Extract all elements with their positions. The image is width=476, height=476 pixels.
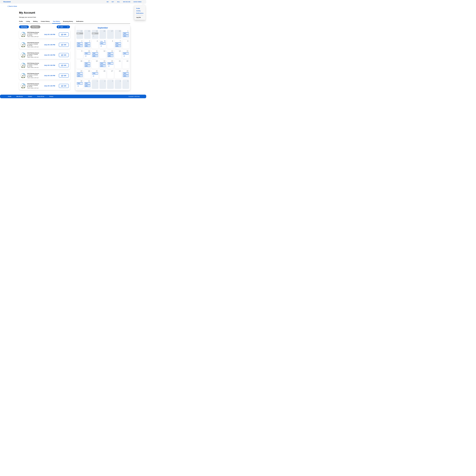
calendar-day-cell[interactable]: 16 <box>76 60 83 69</box>
tab-bidding[interactable]: Bidding <box>33 21 38 23</box>
calendar-event-chip[interactable]: 1234... <box>107 55 113 57</box>
calendar-day-cell[interactable]: 2 <box>100 80 106 89</box>
nav-item-saved-homes[interactable]: SAVED HOMES <box>134 1 141 2</box>
calendar-day-cell[interactable]: 251234...+4 <box>92 30 99 39</box>
calendar-day-cell[interactable]: 26 <box>100 30 106 39</box>
calendar-event-chip[interactable]: 1234... <box>92 72 98 74</box>
calendar-event-chip[interactable]: 1234... <box>77 75 83 77</box>
menu-item-activity[interactable]: Activity <box>136 10 146 12</box>
calendar-day-cell[interactable]: 22 <box>122 60 129 69</box>
calendar-event-chip[interactable]: 1234... <box>77 45 83 47</box>
calendar-event-chip[interactable]: 1234... <box>100 42 106 44</box>
calendar-day-cell[interactable]: 251234...+4 <box>92 70 99 79</box>
calendar-day-cell[interactable]: 14 <box>115 50 121 59</box>
footer-link-terms-of-use[interactable]: Terms Of Use <box>37 96 44 97</box>
calendar-event-chip[interactable]: 1234... <box>77 42 83 44</box>
tab-listing[interactable]: Listing <box>26 21 30 23</box>
edit-tour-button[interactable]: Edit <box>59 33 69 36</box>
nav-item-buy[interactable]: BUY <box>112 1 114 2</box>
calendar-day-cell[interactable]: 101234...+4 <box>84 50 91 59</box>
calendar-day-cell[interactable]: 191234...1234... <box>100 60 106 69</box>
menu-item-profile[interactable]: Profile <box>136 8 146 9</box>
past-tours-button[interactable]: Past Tours <box>30 25 40 28</box>
nav-item-sell[interactable]: SELL <box>117 1 120 2</box>
calendar-day-cell[interactable]: 171234...1234... <box>84 60 91 69</box>
calendar-day-cell[interactable]: 231234...1234... <box>76 70 83 79</box>
calendar-day-cell[interactable]: 11234...1234... <box>122 30 129 39</box>
calendar-event-chip[interactable]: 1234... <box>92 55 98 57</box>
calendar-day-cell[interactable]: 201234...+4 <box>107 60 114 69</box>
calendar-day-cell[interactable]: 28 <box>115 30 121 39</box>
calendar-day-cell[interactable]: 291234...1234... <box>122 70 129 79</box>
calendar-event-chip[interactable]: 1234... <box>85 83 90 84</box>
calendar-day-cell[interactable]: 6 <box>107 40 114 49</box>
app-logo[interactable]: Housweet <box>3 1 11 3</box>
calendar-day-cell[interactable]: 31234...1234... <box>84 40 91 49</box>
footer-link-who-we-are[interactable]: Who We Are <box>17 96 23 97</box>
calendar-day-cell[interactable]: 26 <box>100 70 106 79</box>
calendar-day-cell[interactable]: 18 <box>92 60 99 69</box>
menu-item-log-out[interactable]: Log Out <box>136 17 141 18</box>
edit-tour-button[interactable]: Edit <box>59 43 69 47</box>
menu-item-notifications[interactable]: Notifications <box>136 13 146 14</box>
more-events-label[interactable]: +4 <box>77 85 79 87</box>
calendar-day-cell[interactable]: 12 <box>100 50 106 59</box>
calendar-day-cell[interactable]: 1 <box>92 80 99 89</box>
edit-tour-button[interactable]: Edit <box>59 74 69 78</box>
calendar-day-cell[interactable]: 21234...1234... <box>76 40 83 49</box>
calendar-event-chip[interactable]: 1234... <box>123 52 129 54</box>
tab-contact-history[interactable]: Contact History <box>41 21 50 23</box>
more-events-label[interactable]: +4 <box>85 55 86 57</box>
edit-tour-button[interactable]: Edit <box>59 53 69 57</box>
more-events-label[interactable]: +4 <box>100 45 102 47</box>
nav-item-bid[interactable]: BID <box>107 1 108 2</box>
tab-profile[interactable]: Profile <box>19 21 23 23</box>
nav-item-who-we-are[interactable]: WHO WE ARE <box>123 1 130 2</box>
calendar-day-cell[interactable]: 27 <box>107 30 114 39</box>
calendar-event-chip[interactable]: 1234... <box>85 65 90 67</box>
more-events-label[interactable]: +4 <box>93 75 94 77</box>
calendar-day-cell[interactable]: 151234...+4 <box>122 50 129 59</box>
calendar-day-cell[interactable]: 71234...1234... <box>115 40 121 49</box>
calendar-event-chip[interactable]: 1234... <box>85 85 90 87</box>
calendar-event-chip[interactable]: 1234... <box>100 65 106 67</box>
tab-notifications[interactable]: Notifications <box>76 21 83 23</box>
footer-link-contact[interactable]: Contact <box>28 96 32 97</box>
calendar-day-cell[interactable]: 5 <box>122 80 129 89</box>
calendar-event-chip[interactable]: 1234... <box>123 72 129 74</box>
calendar-event-chip[interactable]: 1234... <box>100 62 106 64</box>
calendar-day-cell[interactable]: 111234...1234... <box>92 50 99 59</box>
calendar-day-cell[interactable]: 131234...1234... <box>107 50 114 59</box>
calendar-day-cell[interactable]: 231234... <box>76 30 83 39</box>
calendar-day-cell[interactable]: 24 <box>84 70 91 79</box>
calendar-event-chip[interactable]: 1234... <box>123 35 129 37</box>
calendar-day-cell[interactable]: Today51234...+4 <box>100 40 106 49</box>
footer-link-privacy[interactable]: Privacy <box>50 96 53 97</box>
calendar-day-cell[interactable]: 24 <box>84 30 91 39</box>
calendar-day-cell[interactable]: 27 <box>107 70 114 79</box>
calendar-event-chip[interactable]: 1234... <box>123 33 129 34</box>
calendar-day-cell[interactable]: 4 <box>115 80 121 89</box>
more-events-label[interactable]: +4 <box>108 65 109 67</box>
calendar-event-chip[interactable]: 1234... <box>123 75 129 77</box>
calendar-day-cell[interactable]: 3 <box>107 80 114 89</box>
calendar-day-cell[interactable]: 311234...1234... <box>84 80 91 89</box>
calendar-event-chip[interactable]: 1234... <box>92 33 99 34</box>
calendar-day-cell[interactable]: 21 <box>115 60 121 69</box>
more-events-label[interactable]: +4 <box>123 55 125 57</box>
calendar-event-chip[interactable]: 1234... <box>77 72 83 74</box>
calendar-day-cell[interactable]: 301234...+4 <box>76 80 83 89</box>
calendar-event-chip[interactable]: 1234... <box>77 83 83 84</box>
calendar-event-chip[interactable]: 1234... <box>115 45 121 47</box>
calendar-day-cell[interactable]: 9 <box>76 50 83 59</box>
calendar-event-chip[interactable]: 1234... <box>107 62 113 64</box>
calendar-day-cell[interactable]: 28 <box>115 70 121 79</box>
calendar-event-chip[interactable]: 1234... <box>76 33 83 34</box>
back-to-home-link[interactable]: Back to Home <box>8 6 17 7</box>
sort-button[interactable]: Sort <box>57 25 70 28</box>
calendar-event-chip[interactable]: 1234... <box>85 62 90 64</box>
calendar-event-chip[interactable]: 1234... <box>107 52 113 54</box>
calendar-event-chip[interactable]: 1234... <box>92 52 98 54</box>
calendar-event-chip[interactable]: 1234... <box>85 52 90 54</box>
calendar-event-chip[interactable]: 1234... <box>115 42 121 44</box>
